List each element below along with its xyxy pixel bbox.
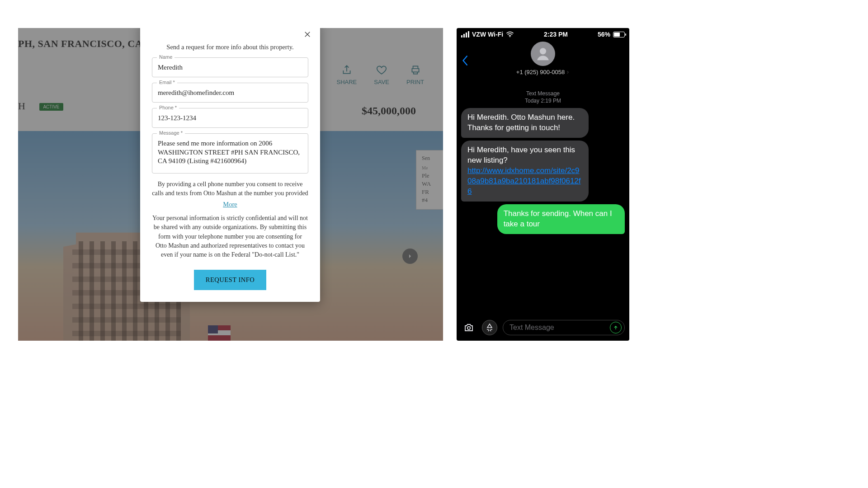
send-button[interactable] xyxy=(610,322,622,333)
phone-input[interactable] xyxy=(158,114,302,122)
app-store-button[interactable] xyxy=(482,320,497,335)
person-icon xyxy=(535,46,551,61)
signal-icon xyxy=(461,31,469,38)
battery-icon xyxy=(613,32,625,38)
phone-label: Phone * xyxy=(157,105,179,110)
request-info-button[interactable]: REQUEST INFO xyxy=(194,270,266,290)
message-list[interactable]: Hi Meredith. Otto Mashun here. Thanks fo… xyxy=(457,108,629,318)
incoming-message: Hi Meredith, have you seen this new list… xyxy=(461,141,589,202)
message-field-wrapper: Message * xyxy=(152,133,308,174)
name-field-wrapper: Name xyxy=(152,57,308,77)
camera-icon xyxy=(463,322,474,333)
conversation-header: +1 (925) 900-0058 xyxy=(457,41,629,84)
contact-number: +1 (925) 900-0058 xyxy=(516,69,565,75)
arrow-up-icon xyxy=(613,325,618,330)
svg-point-0 xyxy=(509,36,510,37)
wifi-icon xyxy=(506,31,514,38)
message-link[interactable]: http://www.idxhome.com/site/2c908a9b81a9… xyxy=(467,166,581,196)
close-icon xyxy=(303,30,311,38)
chevron-left-icon xyxy=(461,54,469,67)
message-input[interactable]: Text Message xyxy=(503,320,625,335)
message-label: Message * xyxy=(157,130,185,136)
phone-frame: VZW Wi-Fi 2:23 PM 56% +1 (925) 900-0058 … xyxy=(457,28,629,341)
app-store-icon xyxy=(484,322,495,333)
message-composer: Text Message xyxy=(457,318,629,341)
incoming-message: Hi Meredith. Otto Mashun here. Thanks fo… xyxy=(461,108,589,138)
meta-line2: Today 2:19 PM xyxy=(457,98,629,105)
status-right: 56% xyxy=(598,31,625,38)
email-field-wrapper: Email * xyxy=(152,83,308,103)
email-label: Email * xyxy=(157,80,177,85)
svg-point-1 xyxy=(540,48,546,54)
status-left: VZW Wi-Fi xyxy=(461,31,514,38)
contact-avatar[interactable] xyxy=(531,42,555,66)
meta-line1: Text Message xyxy=(457,90,629,98)
message-textarea[interactable] xyxy=(158,139,302,166)
battery-pct: 56% xyxy=(598,31,610,38)
email-input[interactable] xyxy=(158,89,302,97)
back-button[interactable] xyxy=(461,54,469,69)
name-input[interactable] xyxy=(158,64,302,71)
listing-screenshot: PH, SAN FRANCISCO, CA SHARE SAVE PRINT H… xyxy=(18,28,443,341)
status-bar: VZW Wi-Fi 2:23 PM 56% xyxy=(457,28,629,41)
more-link[interactable]: More xyxy=(152,201,308,208)
message-placeholder: Text Message xyxy=(509,324,610,332)
svg-point-2 xyxy=(467,327,470,329)
phone-field-wrapper: Phone * xyxy=(152,108,308,128)
message-meta: Text Message Today 2:19 PM xyxy=(457,90,629,104)
message-text: Hi Meredith, have you seen this new list… xyxy=(467,145,575,164)
camera-button[interactable] xyxy=(461,320,476,335)
consent-text: By providing a cell phone number you con… xyxy=(152,180,308,198)
modal-intro-text: Send a request for more info about this … xyxy=(152,43,308,51)
status-time: 2:23 PM xyxy=(544,31,568,38)
request-info-modal: Send a request for more info about this … xyxy=(140,28,320,302)
chevron-right-icon xyxy=(566,70,570,74)
privacy-text: Your personal information is strictly co… xyxy=(152,214,308,259)
carrier-label: VZW Wi-Fi xyxy=(472,31,503,38)
outgoing-message: Thanks for sending. When can I take a to… xyxy=(497,204,625,234)
modal-close-button[interactable] xyxy=(301,28,314,41)
name-label: Name xyxy=(157,54,175,60)
contact-number-row[interactable]: +1 (925) 900-0058 xyxy=(516,69,570,75)
